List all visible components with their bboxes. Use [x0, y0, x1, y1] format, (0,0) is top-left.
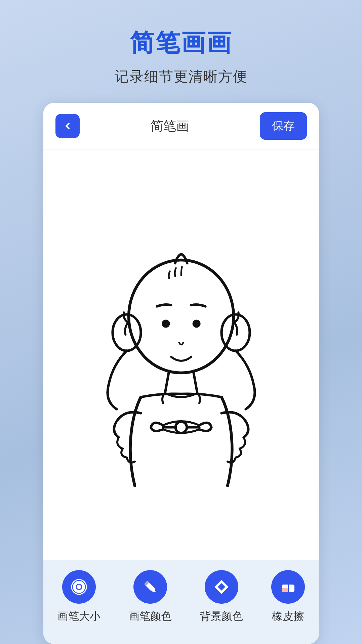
brush-size-icon-btn[interactable] [62, 570, 96, 604]
card-title: 简笔画 [151, 118, 189, 135]
drawing-card: 简笔画 保存 [43, 103, 319, 644]
main-title: 简笔画画 [13, 27, 349, 59]
brush-size-label: 画笔大小 [57, 609, 100, 624]
brush-color-label: 画笔颜色 [129, 609, 172, 624]
bg-color-label: 背景颜色 [200, 609, 243, 624]
svg-point-0 [129, 260, 234, 373]
tool-eraser[interactable]: 橡皮擦 [271, 570, 305, 624]
svg-rect-15 [282, 588, 288, 592]
page: 简笔画画 记录细节更清晰方便 简笔画 保存 [0, 0, 362, 644]
svg-point-5 [175, 422, 187, 433]
brush-color-icon-btn[interactable] [133, 570, 167, 604]
drawing-canvas[interactable] [50, 204, 312, 506]
svg-point-3 [162, 319, 170, 328]
svg-point-4 [192, 319, 200, 328]
subtitle: 记录细节更清晰方便 [13, 67, 349, 86]
save-button[interactable]: 保存 [260, 112, 307, 140]
svg-point-1 [113, 314, 141, 351]
tool-brush-size[interactable]: 画笔大小 [57, 570, 100, 624]
tool-bg-color[interactable]: 背景颜色 [200, 570, 243, 624]
bg-color-icon-btn[interactable] [205, 570, 238, 604]
svg-point-7 [76, 584, 82, 590]
canvas-area[interactable] [43, 149, 319, 560]
back-button[interactable] [55, 114, 80, 138]
tool-brush-color[interactable]: 画笔颜色 [129, 570, 172, 624]
header-section: 简笔画画 记录细节更清晰方便 [0, 0, 362, 103]
toolbar: 画笔大小 画笔颜色 [43, 560, 319, 644]
svg-point-2 [222, 314, 250, 351]
eraser-label: 橡皮擦 [272, 609, 304, 624]
eraser-icon-btn[interactable] [271, 570, 305, 604]
card-header: 简笔画 保存 [43, 103, 319, 149]
